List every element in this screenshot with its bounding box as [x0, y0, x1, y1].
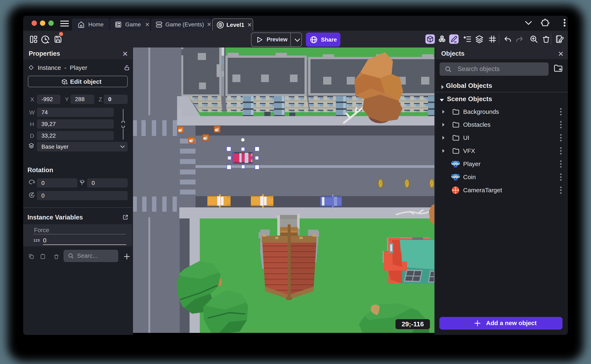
svg-text:3D: 3D — [65, 82, 68, 84]
svg-text:29;-116: 29;-116 — [402, 320, 424, 328]
